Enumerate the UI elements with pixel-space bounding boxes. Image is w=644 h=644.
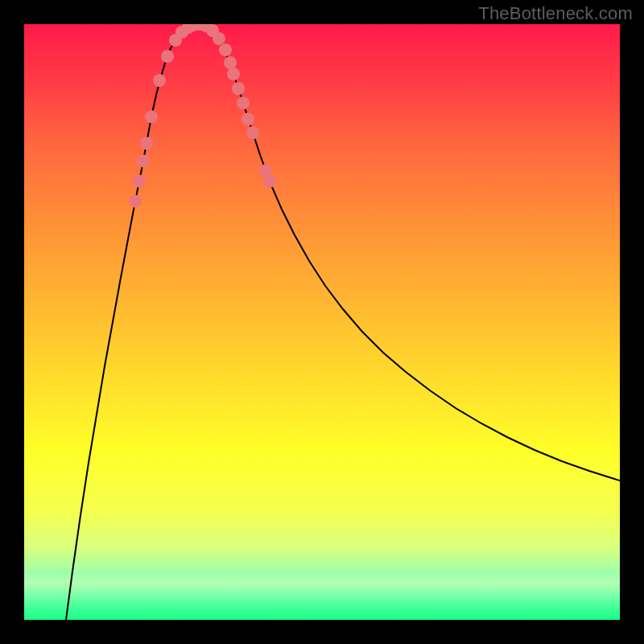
watermark-text: TheBottleneck.com <box>478 3 633 24</box>
gradient-plot-area <box>24 24 620 620</box>
